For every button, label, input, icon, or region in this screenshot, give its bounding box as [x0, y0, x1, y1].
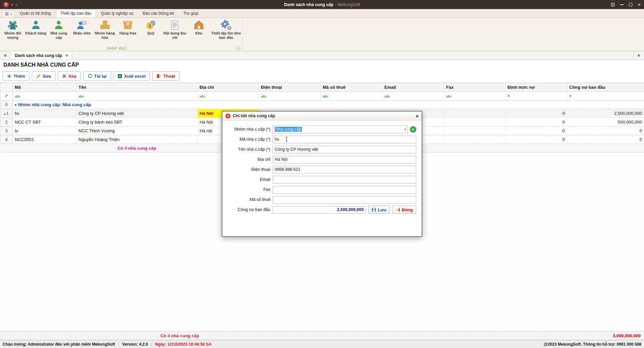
ribbon-item-nhan-vien[interactable]: Nhân viên: [70, 19, 94, 36]
ribbon-tab-help[interactable]: Trợ giúp: [179, 9, 203, 17]
cell-fax[interactable]: [444, 135, 505, 144]
column-header-cong-no-ban-dau[interactable]: Công nợ ban đầu: [567, 83, 644, 92]
fax-input[interactable]: [273, 186, 416, 194]
abc-filter-icon: aBc: [384, 95, 390, 98]
cell-ten[interactable]: Công ty bánh kẹo SBT: [76, 118, 198, 127]
cell-dinh-muc-no[interactable]: 0: [505, 118, 567, 127]
ribbon-item-hang-hoa[interactable]: Hàng hóa: [116, 19, 140, 36]
grid-menu-icon: [5, 12, 9, 16]
filter-cell-ma[interactable]: aBc: [13, 92, 76, 100]
filter-cell-email[interactable]: aBc: [382, 92, 444, 100]
column-header-email[interactable]: Email: [382, 83, 444, 92]
exit-button[interactable]: Thoát: [152, 71, 179, 81]
filter-cell-ten[interactable]: aBc: [76, 92, 198, 100]
column-header-ma[interactable]: Mã: [13, 83, 76, 92]
filter-cell-cong-no[interactable]: =: [567, 92, 644, 100]
cell-ma[interactable]: NCC0001: [13, 135, 76, 144]
tax-code-input[interactable]: [273, 196, 416, 204]
phone-input[interactable]: [273, 166, 416, 173]
filter-cell-dia-chi[interactable]: aBc: [198, 92, 259, 100]
version-text: Version: 4.2.0: [122, 342, 148, 347]
add-group-button[interactable]: +: [410, 126, 416, 133]
ribbon-item-khach-hang[interactable]: Khách hàng: [24, 19, 48, 36]
delete-button[interactable]: Xóa: [58, 71, 81, 81]
cell-fax[interactable]: [444, 127, 505, 135]
cell-ten[interactable]: Công ty CP Hương việt: [76, 109, 198, 118]
minimize-button[interactable]: [620, 4, 624, 5]
cell-fax[interactable]: [444, 118, 505, 127]
collapse-arrow-icon[interactable]: ▾: [15, 103, 16, 107]
app-logo-icon[interactable]: V: [3, 2, 9, 7]
combobox-caret-icon[interactable]: ▾: [405, 128, 406, 131]
group-footer-count: Có 4 nhà cung cấp: [76, 144, 198, 153]
cell-cong-no[interactable]: 2,500,000,000: [567, 109, 644, 118]
footer-count: Có 4 nhà cung cấp: [145, 333, 215, 338]
cell-dinh-muc-no[interactable]: 0: [505, 135, 567, 144]
document-tab-supplier-list[interactable]: Danh sách nhà cung cấp ×: [11, 51, 72, 60]
tab-close-icon[interactable]: ×: [65, 53, 68, 58]
dialog-close-button[interactable]: ×: [416, 113, 419, 119]
dialog-titlebar[interactable]: V Chi tiết nhà cung cấp ×: [222, 112, 422, 121]
cell-dinh-muc-no[interactable]: 0: [505, 127, 567, 135]
cell-cong-no[interactable]: 0: [567, 127, 644, 135]
cell-cong-no[interactable]: 0: [567, 135, 644, 144]
chevron-down-icon[interactable]: ▾: [11, 3, 13, 6]
edit-button[interactable]: Sửa: [32, 71, 55, 81]
excel-icon: X: [118, 74, 122, 78]
column-header-dia-chi[interactable]: Địa chỉ: [198, 83, 259, 92]
maximize-button[interactable]: [629, 3, 632, 6]
group-row[interactable]: 0 ▾Nhóm nhà cung cấp: Nhà cung cấp: [0, 100, 644, 109]
tabstrip-close-button[interactable]: ×: [633, 51, 644, 60]
ribbon-item-kho[interactable]: Kho: [187, 19, 210, 36]
ribbon-item-nhom-doi-tuong[interactable]: Nhóm đối tượng: [1, 19, 24, 40]
column-header-fax[interactable]: Fax: [444, 83, 505, 92]
close-all-tabs-button[interactable]: ×: [0, 51, 11, 60]
filter-cell-dien-thoai[interactable]: aBc: [259, 92, 321, 100]
ribbon-tab-initial-setup[interactable]: Thiết lập ban đầu: [56, 9, 96, 17]
email-input[interactable]: [273, 176, 416, 184]
abc-filter-icon: aBc: [200, 95, 205, 98]
column-header-dinh-muc-no[interactable]: Định mức nợ: [505, 83, 567, 92]
ribbon-item-noi-dung-thu-chi[interactable]: Nội dung thu chi: [162, 19, 187, 40]
cell-ten[interactable]: Nguyễn Hoàng Thiện: [76, 135, 198, 144]
cell-fax[interactable]: [444, 109, 505, 118]
save-button[interactable]: Lưu: [368, 206, 389, 214]
filter-cell-ma-so-thue[interactable]: aBc: [321, 92, 382, 100]
ribbon-tab-system[interactable]: Quản trị hệ thống: [15, 9, 55, 17]
column-header-ten[interactable]: Tên: [76, 83, 198, 92]
column-header-ma-so-thue[interactable]: Mã số thuế: [321, 83, 382, 92]
filter-cell-fax[interactable]: aBc: [444, 92, 505, 100]
ribbon-item-thiet-lap-ton-kho[interactable]: Thiết lập tồn kho ban đầu: [210, 19, 242, 40]
opening-balance-input[interactable]: [273, 206, 366, 214]
supplier-group-combobox[interactable]: Nhà cung cấp ▾: [273, 126, 408, 133]
quick-access-customize-icon[interactable]: ≡: [16, 3, 17, 6]
export-excel-button[interactable]: X Xuất excel: [113, 71, 150, 81]
titlebar: V ▾ ≡ Danh sách nhà cung cấp- MekongSoft…: [0, 0, 644, 9]
address-input[interactable]: [273, 156, 416, 163]
cell-ten[interactable]: NCC Thịnh Vượng: [76, 127, 198, 135]
ribbon-item-nhom-hang-hoa[interactable]: Nhóm hàng hóa: [93, 19, 116, 40]
supplier-name-input[interactable]: [273, 146, 416, 153]
column-header-dien-thoai[interactable]: Điện thoại: [259, 83, 321, 92]
filter-cell-dinh-muc-no[interactable]: =: [505, 92, 567, 100]
cell-dinh-muc-no[interactable]: 0: [505, 109, 567, 118]
reload-button[interactable]: Tải lại: [83, 71, 111, 81]
close-button[interactable]: ×: [638, 2, 641, 7]
ribbon-tab-operations[interactable]: Quản lý nghiệp vụ: [97, 9, 138, 17]
cell-cong-no[interactable]: 500,000,000: [567, 118, 644, 127]
ribbon-start-tab[interactable]: ▾: [2, 11, 15, 17]
filter-edit-cell[interactable]: [0, 92, 13, 100]
ribbon-item-nha-cung-cap[interactable]: Nhà cung cấp: [47, 19, 70, 40]
cell-ma[interactable]: NCC CT SBT: [13, 118, 76, 127]
grid-header-row: Mã Tên Địa chỉ Điện thoại Mã số thuế Ema…: [0, 83, 644, 92]
cell-ma[interactable]: tv: [13, 127, 76, 135]
add-button[interactable]: Thêm: [3, 71, 30, 81]
display-settings-icon[interactable]: [611, 3, 615, 7]
cell-ma[interactable]: hv: [13, 109, 76, 118]
ribbon-group-launcher-icon[interactable]: [236, 46, 240, 51]
supplier-code-input[interactable]: [273, 136, 416, 143]
close-dialog-button[interactable]: Đóng: [392, 206, 416, 214]
statusbar: Chào mừng: Administrator đến với phần mề…: [0, 340, 644, 348]
ribbon-tab-reports[interactable]: Báo cáo thống kê: [138, 9, 178, 17]
ribbon-item-quy[interactable]: $ Quỹ: [139, 19, 162, 36]
